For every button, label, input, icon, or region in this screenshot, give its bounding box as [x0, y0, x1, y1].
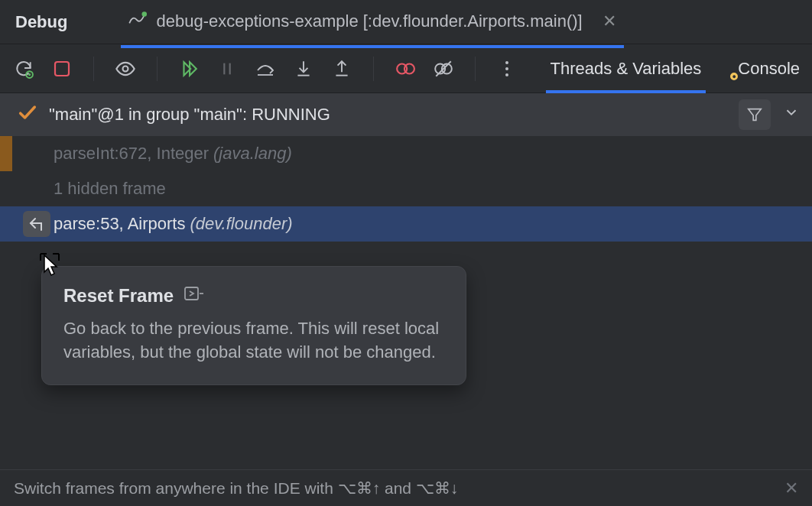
svg-point-20 — [505, 67, 508, 70]
tab-console[interactable]: ● Console — [729, 44, 800, 92]
frame-row[interactable]: parseInt:672, Integer (java.lang) — [0, 136, 812, 171]
toolbar-separator — [475, 57, 476, 81]
svg-point-2 — [28, 73, 31, 75]
thread-check-icon — [17, 102, 38, 128]
chevron-down-icon[interactable] — [783, 104, 800, 125]
tab-debug[interactable]: Debug — [15, 12, 67, 32]
step-out-icon[interactable] — [330, 57, 353, 80]
pause-icon[interactable] — [216, 57, 239, 80]
step-into-icon[interactable] — [292, 57, 315, 80]
breakpoints-icon[interactable] — [394, 57, 417, 80]
svg-rect-23 — [185, 287, 198, 300]
tooltip-body-text: Go back to the previous frame. This will… — [63, 317, 444, 365]
svg-marker-22 — [749, 109, 762, 121]
frame-method: 1 hidden frame — [54, 179, 166, 199]
frame-method: parseInt:672, Integer — [54, 144, 209, 164]
row-accent — [0, 136, 12, 171]
resume-icon[interactable] — [177, 57, 200, 80]
svg-rect-3 — [55, 62, 69, 76]
close-icon[interactable]: ✕ — [603, 11, 616, 31]
hint-close-icon[interactable]: ✕ — [784, 478, 798, 498]
hint-footer: Switch frames from anywhere in the IDE w… — [0, 469, 812, 506]
svg-point-19 — [505, 61, 508, 64]
step-over-icon[interactable] — [254, 57, 277, 80]
frame-row-selected[interactable]: parse:53, Airports (dev.flounder) — [0, 206, 812, 242]
tab-underline — [121, 45, 623, 48]
debug-toolbar: Threads & Variables ● Console — [0, 44, 812, 93]
frame-row-hidden[interactable]: 1 hidden frame — [0, 171, 812, 206]
eye-icon[interactable] — [114, 57, 137, 80]
svg-point-4 — [123, 66, 128, 71]
svg-point-0 — [142, 11, 148, 17]
tab-run-config[interactable]: debug-exceptions-example [:dev.flounder.… — [127, 9, 615, 35]
tab-threads-variables[interactable]: Threads & Variables — [551, 44, 702, 92]
cursor-icon — [38, 252, 61, 282]
reset-frame-button[interactable] — [23, 211, 50, 237]
svg-point-21 — [505, 73, 508, 76]
tooltip-reset-frame: Reset Frame Go back to the previous fram… — [41, 266, 466, 385]
svg-point-15 — [404, 63, 414, 73]
rerun-icon[interactable] — [12, 57, 35, 80]
frame-package: (java.lang) — [213, 144, 292, 164]
more-icon[interactable] — [495, 57, 518, 80]
run-config-icon — [127, 9, 147, 34]
toolbar-separator — [157, 57, 158, 81]
console-badge-icon: ● — [729, 71, 739, 82]
stop-icon[interactable] — [50, 57, 73, 80]
run-to-cursor-icon — [184, 285, 204, 307]
mute-breakpoints-icon[interactable] — [432, 57, 455, 80]
tab-console-label: Console — [738, 59, 800, 79]
thread-status-bar: "main"@1 in group "main": RUNNING — [0, 93, 812, 136]
toolbar-left — [12, 57, 518, 81]
run-config-label: debug-exceptions-example [:dev.flounder.… — [156, 11, 582, 31]
filter-button[interactable] — [739, 99, 771, 130]
tooltip-title-text: Reset Frame — [63, 285, 174, 307]
window-tabs: Debug debug-exceptions-example [:dev.flo… — [0, 0, 812, 44]
frame-package: (dev.flounder) — [190, 214, 292, 234]
toolbar-separator — [93, 57, 94, 81]
thread-status-text: "main"@1 in group "main": RUNNING — [49, 105, 330, 125]
debug-view-tabs: Threads & Variables ● Console — [551, 44, 800, 92]
frames-list: parseInt:672, Integer (java.lang) 1 hidd… — [0, 136, 812, 242]
toolbar-separator — [373, 57, 374, 81]
hint-text: Switch frames from anywhere in the IDE w… — [14, 479, 458, 498]
frame-method: parse:53, Airports — [54, 214, 185, 234]
